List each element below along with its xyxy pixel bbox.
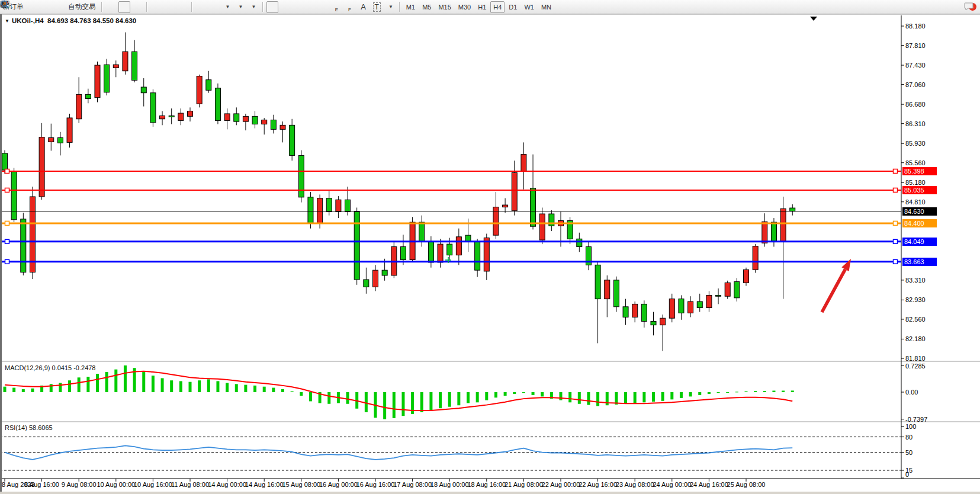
cursor-icon[interactable] xyxy=(266,1,278,13)
timeframe-button-h1[interactable]: H1 xyxy=(475,1,489,13)
candle xyxy=(169,116,174,117)
candle-chart-icon[interactable] xyxy=(118,1,130,13)
candle xyxy=(308,197,313,223)
candle xyxy=(11,172,17,220)
candle xyxy=(132,52,137,80)
candle xyxy=(447,244,452,255)
macd-signal-line xyxy=(5,371,792,410)
candle xyxy=(762,222,767,243)
chart-shift-icon[interactable] xyxy=(195,1,207,13)
timeframe-button-w1[interactable]: W1 xyxy=(521,1,537,13)
timeframe-button-m5[interactable]: M5 xyxy=(419,1,434,13)
chart-title: ▼UKOil-,H4 84.693 84.763 84.550 84.630 xyxy=(5,17,136,24)
candle xyxy=(679,299,684,313)
chart-shift-marker[interactable] xyxy=(810,17,817,21)
macd-histogram-bar xyxy=(207,379,210,392)
toolbar-separator xyxy=(262,2,264,12)
candle xyxy=(67,118,72,142)
macd-histogram-bar xyxy=(587,392,590,405)
line-handle[interactable] xyxy=(5,221,9,225)
candle xyxy=(317,198,323,223)
macd-histogram-bar xyxy=(763,391,766,392)
timeframe-button-m15[interactable]: M15 xyxy=(435,1,454,13)
candle xyxy=(697,301,702,308)
candle xyxy=(595,265,600,299)
fibonacci-icon[interactable]: F xyxy=(345,1,356,13)
candle xyxy=(39,137,44,197)
chart-canvas[interactable] xyxy=(0,0,980,494)
candle xyxy=(734,282,740,298)
candle xyxy=(252,116,258,124)
timeframe-button-h4[interactable]: H4 xyxy=(490,1,505,13)
macd-histogram-bar xyxy=(494,392,497,397)
trendline-icon[interactable] xyxy=(319,1,330,13)
candle xyxy=(725,283,730,296)
candle xyxy=(780,208,786,241)
line-handle[interactable] xyxy=(894,259,898,264)
macd-histogram-bar xyxy=(161,378,164,392)
new-chart-icon[interactable]: ▼ xyxy=(221,1,233,13)
macd-histogram-bar xyxy=(300,392,303,396)
chat-icon[interactable]: 1 xyxy=(963,1,975,13)
macd-histogram-bar xyxy=(272,388,275,392)
period-clock-icon[interactable]: ▼ xyxy=(234,1,246,13)
arrow-annotation-head[interactable] xyxy=(841,259,851,271)
timeframe-button-mn[interactable]: MN xyxy=(538,1,554,13)
market-watch-icon[interactable] xyxy=(27,1,39,13)
macd-histogram-bar xyxy=(31,389,34,392)
line-handle[interactable] xyxy=(5,169,9,174)
timeframe-button-m30[interactable]: M30 xyxy=(455,1,474,13)
macd-histogram-bar xyxy=(216,381,219,392)
candle xyxy=(354,212,359,280)
terminal-icon[interactable] xyxy=(40,1,52,13)
crosshair-icon[interactable] xyxy=(279,1,291,13)
macd-histogram-bar xyxy=(661,392,664,401)
chart-autoscroll-icon[interactable] xyxy=(208,1,220,13)
macd-histogram-bar xyxy=(253,386,256,392)
candle xyxy=(531,188,536,226)
line-chart-icon[interactable] xyxy=(131,1,143,13)
line-handle[interactable] xyxy=(894,188,898,192)
macd-histogram-bar xyxy=(772,391,775,392)
candle xyxy=(178,113,184,120)
tile-windows-icon[interactable] xyxy=(176,1,188,13)
vertical-line-icon[interactable] xyxy=(293,1,304,13)
candle xyxy=(465,235,471,242)
macd-histogram-bar xyxy=(652,392,655,402)
candle xyxy=(716,295,721,296)
zoom-out-icon[interactable] xyxy=(163,1,175,13)
line-handle[interactable] xyxy=(894,221,898,225)
macd-histogram-bar xyxy=(309,392,312,401)
macd-histogram-bar xyxy=(383,392,386,419)
text-icon[interactable]: A xyxy=(358,1,369,13)
arrow-annotation[interactable] xyxy=(822,270,845,312)
timeframe-button-m1[interactable]: M1 xyxy=(403,1,418,13)
candle xyxy=(790,208,795,211)
line-handle[interactable] xyxy=(5,259,9,264)
candle xyxy=(336,200,341,211)
zoom-in-icon[interactable] xyxy=(150,1,162,13)
horizontal-line-icon[interactable] xyxy=(306,1,317,13)
candle xyxy=(224,114,230,120)
text-label-icon[interactable]: T xyxy=(371,1,383,13)
macd-histogram-bar xyxy=(532,392,535,395)
line-handle[interactable] xyxy=(894,239,898,243)
arrows-icon[interactable]: ▼ xyxy=(384,1,396,13)
candle xyxy=(651,321,656,325)
line-handle[interactable] xyxy=(5,239,9,243)
candle xyxy=(49,137,54,142)
candle xyxy=(215,88,220,121)
line-handle[interactable] xyxy=(5,188,9,192)
macd-histogram-bar xyxy=(327,392,330,404)
strategy-signal-icon[interactable] xyxy=(53,1,65,13)
line-handle[interactable] xyxy=(894,169,898,174)
macd-histogram-bar xyxy=(624,392,627,404)
auto-trading-button[interactable]: 自动交易 xyxy=(66,1,98,13)
indicators-icon[interactable]: ▼ xyxy=(248,1,259,13)
bar-chart-icon[interactable] xyxy=(105,1,117,13)
macd-histogram-bar xyxy=(680,392,683,398)
collapse-icon[interactable]: ▼ xyxy=(5,18,9,24)
timeframe-button-d1[interactable]: D1 xyxy=(506,1,520,13)
search-icon[interactable] xyxy=(950,1,962,13)
equidistant-channel-icon[interactable]: E xyxy=(332,1,343,13)
